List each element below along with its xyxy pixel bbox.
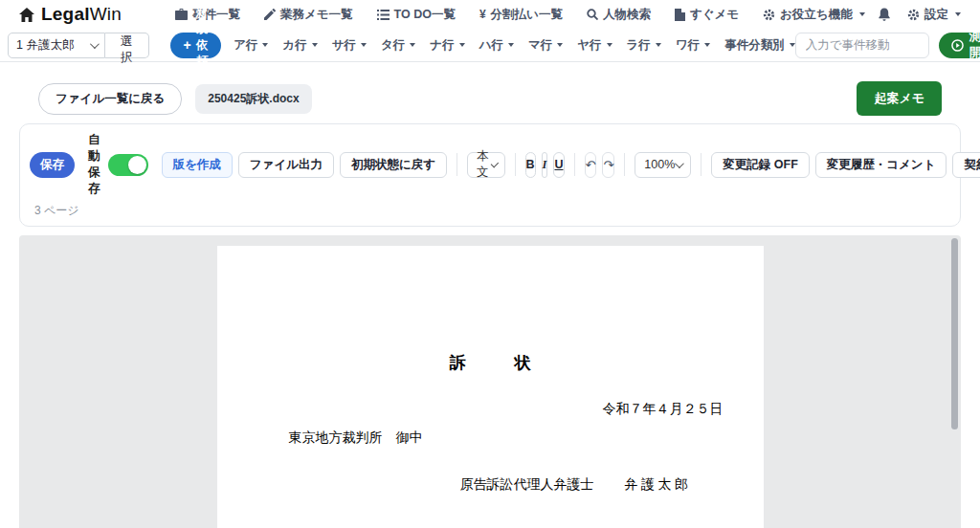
category-label: 事件分類別 — [724, 37, 785, 54]
kana-menu-a[interactable]: ア行 — [234, 37, 268, 54]
add-client-label: 新規依頼者 — [196, 5, 209, 86]
chevron-down-icon — [607, 43, 612, 47]
paragraph-style-select[interactable]: 本文 — [467, 152, 505, 178]
kana-menu-ma[interactable]: マ行 — [528, 37, 563, 54]
gear-icon — [907, 9, 920, 21]
kana-label: サ行 — [332, 37, 356, 54]
back-to-file-list-button[interactable]: ファイル一覧に戻る — [38, 83, 182, 115]
yen-icon: ¥ — [479, 8, 486, 21]
menu-todo-list[interactable]: TO DO一覧 — [377, 7, 456, 23]
case-selection-bar: 1 弁護太郎 選択 + 新規依頼者 ア行 カ行 サ行 タ行 ナ行 ハ行 マ行 ヤ… — [0, 29, 980, 62]
case-move-input[interactable] — [795, 33, 929, 58]
plus-icon: + — [184, 38, 191, 52]
kana-label: ワ行 — [676, 37, 700, 54]
attorney-label: 原告訴訟代理人弁護士 — [460, 477, 594, 492]
toolbar-separator — [574, 153, 575, 176]
kana-label: マ行 — [528, 37, 552, 54]
app-title: LegalWin — [41, 4, 122, 25]
kana-menu-sa[interactable]: サ行 — [332, 37, 367, 54]
chevron-down-icon — [262, 43, 268, 47]
chevron-down-icon — [410, 43, 415, 47]
search-icon — [587, 9, 598, 20]
app-logo[interactable]: LegalWin — [19, 4, 122, 25]
play-circle-icon — [951, 39, 964, 52]
kana-menu-wa[interactable]: ワ行 — [676, 37, 710, 54]
kana-label: ア行 — [234, 37, 257, 54]
track-changes-button[interactable]: 変更記録 OFF — [711, 152, 809, 178]
case-select-group: 1 弁護太郎 選択 — [8, 33, 149, 58]
redo-button[interactable]: ↷ — [602, 152, 614, 178]
undo-button[interactable]: ↶ — [585, 152, 597, 178]
start-timer-label: 計測開始 — [969, 12, 980, 77]
document-page[interactable]: 訴 状 令和７年４月２５日 東京地方裁判所 御中 原告訴訟代理人弁護士弁 護 太… — [217, 246, 764, 528]
document-title: 訴 状 — [217, 352, 764, 374]
document-attorney-line: 原告訴訟代理人弁護士弁 護 太 郎 — [460, 476, 689, 494]
editor-toolbar: 保存 自動保存 版を作成 ファイル出力 初期状態に戻す 本文 B I U ↶ ↷… — [19, 123, 961, 227]
kana-filter-menu: ア行 カ行 サ行 タ行 ナ行 ハ行 マ行 ヤ行 ラ行 ワ行 事件分類別 — [234, 37, 794, 54]
chevron-down-icon — [312, 43, 318, 47]
bell-icon[interactable] — [878, 8, 891, 22]
underline-button[interactable]: U — [553, 152, 564, 178]
menu-quick-memo[interactable]: すぐメモ — [675, 7, 739, 23]
menu-label: すぐメモ — [690, 7, 739, 23]
file-export-button[interactable]: ファイル出力 — [238, 152, 334, 178]
toggle-knob — [128, 156, 146, 174]
create-version-button[interactable]: 版を作成 — [162, 152, 233, 178]
kana-label: ナ行 — [430, 37, 454, 54]
start-timer-button[interactable]: 計測開始 — [939, 33, 980, 58]
history-comments-button[interactable]: 変更履歴・コメント — [815, 152, 947, 178]
bold-button[interactable]: B — [525, 152, 536, 178]
case-select[interactable]: 1 弁護太郎 — [8, 33, 105, 58]
menu-person-search[interactable]: 人物検索 — [587, 7, 651, 23]
logo-bold-part: Legal — [41, 4, 90, 24]
zoom-level-select[interactable]: 100% — [635, 152, 691, 178]
kana-menu-ta[interactable]: タ行 — [381, 37, 415, 54]
document-date: 令和７年４月２５日 — [603, 401, 724, 418]
menu-work-memo-list[interactable]: 業務メモ一覧 — [264, 7, 353, 23]
chevron-down-icon — [859, 12, 865, 16]
settings-label: 設定 — [924, 7, 948, 23]
contract-mode-button[interactable]: 契約書モード — [952, 152, 980, 178]
menu-useful-features[interactable]: お役立ち機能 — [763, 7, 865, 23]
italic-button[interactable]: I — [542, 152, 548, 178]
menu-label: 分割払い一覧 — [491, 7, 563, 23]
autosave-toggle[interactable] — [108, 154, 148, 176]
kana-menu-ha[interactable]: ハ行 — [479, 37, 514, 54]
kana-menu-ra[interactable]: ラ行 — [627, 37, 661, 54]
draft-memo-button[interactable]: 起案メモ — [857, 81, 942, 116]
document-editor-area[interactable]: 訴 状 令和７年４月２５日 東京地方裁判所 御中 原告訴訟代理人弁護士弁 護 太… — [19, 235, 961, 528]
case-category-menu[interactable]: 事件分類別 — [724, 37, 795, 54]
home-icon — [19, 8, 34, 22]
chevron-down-icon — [656, 43, 661, 47]
menu-installment-list[interactable]: ¥ 分割払い一覧 — [479, 7, 563, 23]
kana-menu-ya[interactable]: ヤ行 — [577, 37, 612, 54]
style-select-value: 本文 — [477, 148, 491, 181]
zoom-value: 100% — [644, 158, 675, 171]
pencil-icon — [264, 9, 276, 20]
menu-label: 人物検索 — [603, 7, 651, 23]
toolbar-separator — [457, 153, 457, 176]
menu-label: TO DO一覧 — [394, 7, 456, 23]
reset-button[interactable]: 初期状態に戻す — [340, 152, 447, 178]
kana-menu-ka[interactable]: カ行 — [282, 37, 317, 54]
save-button[interactable]: 保存 — [30, 152, 75, 178]
chevron-down-icon — [459, 43, 465, 47]
chevron-down-icon — [675, 159, 684, 168]
kana-label: ヤ行 — [577, 37, 601, 54]
kana-menu-na[interactable]: ナ行 — [430, 37, 464, 54]
toolbar-separator — [515, 153, 516, 176]
case-bar-right: 計測開始 — [795, 33, 980, 58]
menu-label: 業務メモ一覧 — [280, 7, 353, 23]
logo-light-part: Win — [90, 4, 122, 24]
current-file-badge: 250425訴状.docx — [195, 84, 311, 114]
chevron-down-icon — [491, 159, 499, 166]
add-client-button[interactable]: + 新規依頼者 — [170, 33, 222, 58]
editor-scrollbar[interactable] — [951, 238, 958, 429]
case-select-button[interactable]: 選択 — [105, 33, 148, 58]
toolbar-separator — [701, 153, 702, 176]
menu-label: お役立ち機能 — [780, 7, 853, 23]
chevron-down-icon — [508, 43, 514, 47]
top-menu: 事件一覧 業務メモ一覧 TO DO一覧 ¥ 分割払い一覧 人物検索 — [175, 7, 865, 23]
briefcase-icon — [175, 9, 188, 20]
settings-menu[interactable]: 設定 — [907, 7, 961, 23]
